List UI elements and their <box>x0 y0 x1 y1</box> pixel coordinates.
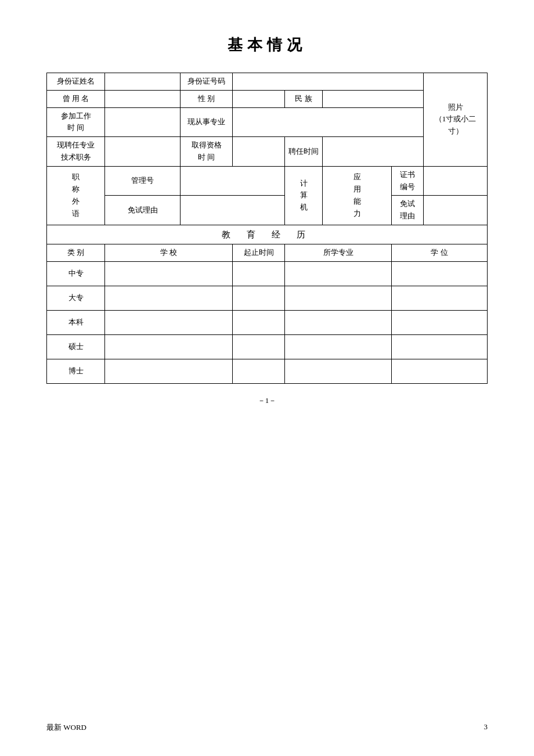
edu-major-dazhuan <box>285 286 392 310</box>
edu-type-dazhuan: 大专 <box>47 286 105 310</box>
hire-date-label: 聘任时间 <box>285 137 323 167</box>
hire-date-value <box>323 137 424 167</box>
edu-col-type: 类 别 <box>47 244 105 261</box>
current-position-value <box>105 137 181 167</box>
page-number: －1－ <box>258 396 277 405</box>
edu-school-zhongzhuan <box>105 261 233 286</box>
id-number-label: 身份证号码 <box>181 73 233 91</box>
id-number-value <box>233 73 424 91</box>
edu-row-dazhuan: 大专 <box>47 286 488 310</box>
exempt-reason-value1 <box>181 196 285 225</box>
page-container: 基本情况 身份证姓名 身份证号码 照片 （1寸或小二寸） 曾 用 名 性 别 民… <box>0 0 534 756</box>
edu-degree-dazhuan <box>392 286 488 310</box>
page-title: 基本情况 <box>46 35 488 55</box>
edu-major-boshi <box>285 359 392 383</box>
current-position-label: 现聘任专业技术职务 <box>47 137 105 167</box>
edu-degree-zhongzhuan <box>392 261 488 286</box>
edu-col-major: 所学专业 <box>285 244 392 261</box>
management-num-label: 管理号 <box>105 166 181 196</box>
former-name-label: 曾 用 名 <box>47 90 105 107</box>
edu-degree-benke <box>392 310 488 334</box>
edu-major-shuoshi <box>285 334 392 359</box>
edu-school-benke <box>105 310 233 334</box>
table-row: 免试理由 免试理由 <box>47 196 488 225</box>
photo-cell: 照片 （1寸或小二寸） <box>424 73 488 167</box>
edu-row-benke: 本科 <box>47 310 488 334</box>
table-row: 现聘任专业技术职务 取得资格时 间 聘任时间 <box>47 137 488 167</box>
qual-date-label: 取得资格时 间 <box>181 137 233 167</box>
edu-type-boshi: 博士 <box>47 359 105 383</box>
edu-degree-boshi <box>392 359 488 383</box>
main-table: 身份证姓名 身份证号码 照片 （1寸或小二寸） 曾 用 名 性 别 民 族 参加… <box>46 73 488 384</box>
work-start-label: 参加工作时 间 <box>47 107 105 137</box>
cert-num-label: 证书编号 <box>392 166 424 196</box>
id-name-label: 身份证姓名 <box>47 73 105 91</box>
edu-dates-boshi <box>233 359 285 383</box>
exempt-reason-label2: 免试理由 <box>392 196 424 225</box>
exempt-reason-label1: 免试理由 <box>105 196 181 225</box>
table-row: 职称外语 管理号 计算机 应用能力 证书编号 <box>47 166 488 196</box>
id-name-value <box>105 73 181 91</box>
bottom-left-text: 最新 WORD <box>46 722 86 733</box>
work-start-value <box>105 107 181 137</box>
table-row: 参加工作时 间 现从事专业 <box>47 107 488 137</box>
edu-row-shuoshi: 硕士 <box>47 334 488 359</box>
table-row: 身份证姓名 身份证号码 照片 （1寸或小二寸） <box>47 73 488 91</box>
edu-col-dates: 起止时间 <box>233 244 285 261</box>
edu-row-boshi: 博士 <box>47 359 488 383</box>
edu-dates-zhongzhuan <box>233 261 285 286</box>
edu-row-zhongzhuan: 中专 <box>47 261 488 286</box>
education-header-row: 教 育 经 历 <box>47 225 488 244</box>
edu-school-dazhuan <box>105 286 233 310</box>
former-name-value <box>105 90 181 107</box>
computer-label: 计算机 <box>285 166 323 225</box>
edu-col-degree: 学 位 <box>392 244 488 261</box>
edu-type-zhongzhuan: 中专 <box>47 261 105 286</box>
photo-sub-label: （1寸或小二寸） <box>427 113 484 138</box>
edu-dates-benke <box>233 310 285 334</box>
gender-label: 性 别 <box>181 90 233 107</box>
ethnicity-label: 民 族 <box>285 90 323 107</box>
page-bottom: 最新 WORD 3 <box>46 722 488 733</box>
edu-type-shuoshi: 硕士 <box>47 334 105 359</box>
edu-major-benke <box>285 310 392 334</box>
current-specialty-label: 现从事专业 <box>181 107 233 137</box>
exempt-reason-value2 <box>424 196 488 225</box>
edu-degree-shuoshi <box>392 334 488 359</box>
table-row: 曾 用 名 性 别 民 族 <box>47 90 488 107</box>
gender-value <box>233 90 285 107</box>
edu-col-school: 学 校 <box>105 244 233 261</box>
qual-date-value <box>233 137 285 167</box>
current-specialty-value <box>233 107 424 137</box>
apply-ability-label: 应用能力 <box>323 166 392 225</box>
edu-dates-dazhuan <box>233 286 285 310</box>
photo-label: 照片 <box>427 102 484 114</box>
education-col-header-row: 类 别 学 校 起止时间 所学专业 学 位 <box>47 244 488 261</box>
title-foreign-label: 职称外语 <box>47 166 105 225</box>
edu-school-boshi <box>105 359 233 383</box>
edu-school-shuoshi <box>105 334 233 359</box>
bottom-right-text: 3 <box>484 722 488 733</box>
edu-type-benke: 本科 <box>47 310 105 334</box>
page-footer: －1－ <box>46 395 488 406</box>
ethnicity-value <box>323 90 424 107</box>
management-num-value <box>181 166 285 196</box>
education-section-title: 教 育 经 历 <box>47 225 488 244</box>
edu-major-zhongzhuan <box>285 261 392 286</box>
cert-num-value <box>424 166 488 196</box>
edu-dates-shuoshi <box>233 334 285 359</box>
